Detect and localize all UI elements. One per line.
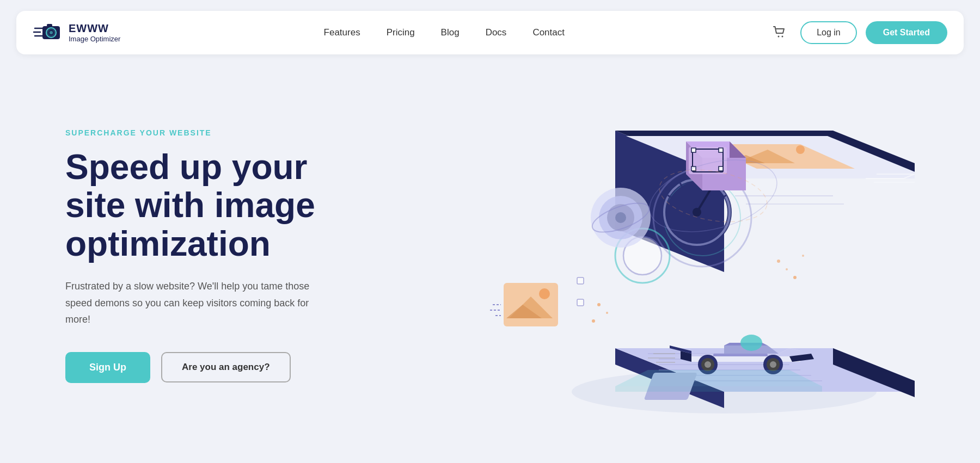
logo-title: EWWW xyxy=(69,22,120,35)
illustration-svg xyxy=(392,87,915,424)
nav-docs[interactable]: Docs xyxy=(486,27,507,38)
hero-buttons: Sign Up Are you an agency? xyxy=(65,352,370,383)
svg-rect-8 xyxy=(47,24,52,27)
svg-rect-40 xyxy=(691,148,696,152)
svg-point-21 xyxy=(539,288,550,299)
nav-links: Features Pricing Blog Docs Contact xyxy=(324,27,565,38)
svg-rect-41 xyxy=(719,148,723,152)
hero-section: SUPERCHARGE YOUR WEBSITE Speed up your s… xyxy=(0,65,980,424)
hero-title: Speed up your site with image optimizati… xyxy=(65,148,370,263)
hero-description: Frustrated by a slow website? We'll help… xyxy=(65,278,316,328)
hero-content: SUPERCHARGE YOUR WEBSITE Speed up your s… xyxy=(65,128,370,383)
svg-rect-56 xyxy=(713,354,768,356)
logo-text: EWWW Image Optimizer xyxy=(69,22,120,44)
svg-point-10 xyxy=(782,36,783,38)
svg-point-60 xyxy=(597,303,601,306)
svg-point-49 xyxy=(740,335,762,351)
navbar-right: Log in Get Started xyxy=(768,21,947,45)
svg-rect-69 xyxy=(577,277,584,284)
svg-point-64 xyxy=(786,268,788,270)
svg-point-61 xyxy=(606,312,608,314)
svg-point-63 xyxy=(777,260,780,263)
svg-point-55 xyxy=(770,361,776,368)
nav-features[interactable]: Features xyxy=(324,27,360,38)
svg-rect-43 xyxy=(719,166,723,171)
nav-contact[interactable]: Contact xyxy=(532,27,565,38)
svg-point-47 xyxy=(615,212,626,223)
navbar: EWWW Image Optimizer Features Pricing Bl… xyxy=(16,11,964,54)
nav-blog[interactable]: Blog xyxy=(441,27,460,38)
logo-area: EWWW Image Optimizer xyxy=(33,17,120,48)
svg-point-30 xyxy=(693,208,701,217)
svg-point-62 xyxy=(592,319,595,323)
svg-point-52 xyxy=(705,361,711,368)
svg-point-7 xyxy=(50,31,53,34)
login-button[interactable]: Log in xyxy=(800,21,857,44)
nav-pricing[interactable]: Pricing xyxy=(387,27,415,38)
svg-point-9 xyxy=(778,36,780,38)
logo-icon xyxy=(33,17,63,48)
hero-illustration xyxy=(392,87,915,424)
svg-point-19 xyxy=(796,145,805,154)
svg-rect-70 xyxy=(577,299,584,306)
svg-point-66 xyxy=(802,255,804,257)
logo-subtitle: Image Optimizer xyxy=(69,35,120,44)
hero-eyebrow: SUPERCHARGE YOUR WEBSITE xyxy=(65,128,370,137)
agency-button[interactable]: Are you an agency? xyxy=(161,352,291,382)
cart-icon[interactable] xyxy=(768,21,792,45)
svg-point-65 xyxy=(793,276,797,279)
signup-button[interactable]: Sign Up xyxy=(65,352,150,383)
get-started-button[interactable]: Get Started xyxy=(866,21,947,44)
